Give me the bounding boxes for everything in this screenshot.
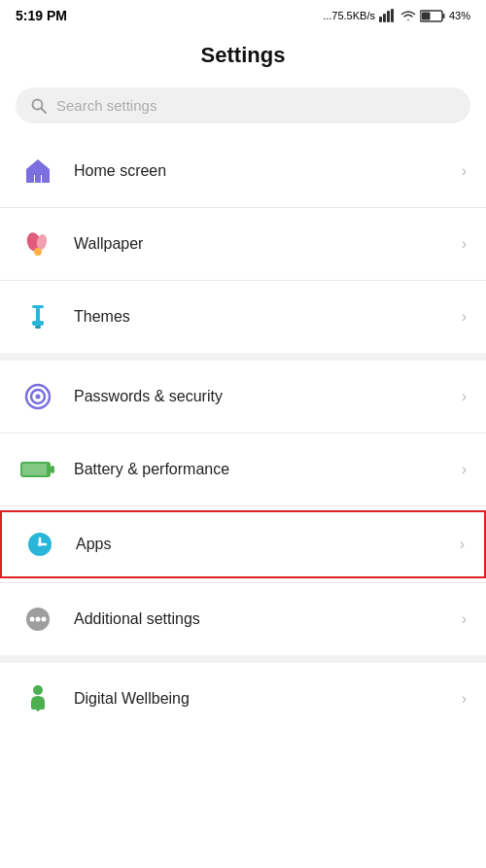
svg-rect-15 [32,321,44,326]
svg-point-28 [42,617,47,622]
battery-icon [420,10,445,22]
divider-3 [0,433,486,434]
section-1: Home screen › Wallpaper › Themes [0,139,486,349]
wallpaper-chevron: › [462,235,467,253]
divider-5 [0,582,486,583]
svg-rect-9 [35,175,41,183]
settings-item-home-screen[interactable]: Home screen › [0,139,486,203]
svg-point-27 [36,617,41,622]
wifi-icon [400,10,416,21]
search-bar[interactable]: Search settings [16,87,470,123]
section-divider-2 [0,655,486,663]
page-header: Settings [0,27,486,80]
search-container[interactable]: Search settings [0,80,486,139]
svg-rect-22 [22,464,47,475]
svg-point-29 [33,685,43,695]
wallpaper-icon [19,226,56,262]
signal-icon [379,9,397,22]
search-input[interactable]: Search settings [56,97,455,114]
passwords-security-chevron: › [462,388,467,405]
settings-item-apps[interactable]: Apps › [0,510,486,578]
svg-point-19 [36,395,41,399]
section-divider-1 [0,353,486,361]
settings-item-additional-settings[interactable]: Additional settings › [0,587,486,651]
svg-point-12 [34,248,42,256]
additional-settings-chevron: › [462,610,467,628]
apps-icon [21,526,58,563]
home-screen-chevron: › [462,162,467,180]
status-bar: 5:19 PM ...75.5KB/s 43% [0,0,486,27]
svg-rect-1 [383,14,386,22]
svg-rect-0 [379,17,382,22]
passwords-security-label: Passwords & security [74,388,462,405]
divider-4 [0,505,486,506]
battery-perf-icon [19,451,56,488]
status-icons: ...75.5KB/s 43% [323,9,470,22]
settings-item-digital-wellbeing[interactable]: Digital Wellbeing › [0,667,486,731]
svg-rect-6 [421,12,430,19]
divider-2 [0,280,486,281]
themes-label: Themes [74,308,462,326]
status-time: 5:19 PM [16,8,67,23]
themes-chevron: › [462,308,467,326]
svg-rect-3 [391,9,394,22]
additional-settings-icon [19,601,56,638]
section-2: Passwords & security › Battery & perform… [0,365,486,651]
additional-settings-label: Additional settings [74,610,462,628]
settings-item-themes[interactable]: Themes › [0,285,486,349]
svg-rect-14 [36,308,40,322]
battery-percent: 43% [449,10,470,21]
divider-1 [0,207,486,208]
digital-wellbeing-label: Digital Wellbeing [74,690,462,708]
themes-icon [19,298,56,335]
battery-performance-chevron: › [462,461,467,478]
battery-performance-label: Battery & performance [74,461,462,478]
settings-item-battery-performance[interactable]: Battery & performance › [0,437,486,502]
page-title: Settings [201,43,286,67]
svg-rect-2 [387,11,390,22]
apps-label: Apps [76,536,460,553]
security-icon [19,378,56,415]
svg-rect-16 [35,326,41,329]
search-icon [31,98,47,114]
digital-wellbeing-chevron: › [462,690,467,708]
settings-item-wallpaper[interactable]: Wallpaper › [0,212,486,276]
svg-rect-13 [32,305,44,308]
home-screen-label: Home screen [74,162,462,180]
svg-point-24 [38,542,42,546]
section-3: Digital Wellbeing › [0,667,486,731]
svg-rect-21 [51,466,54,473]
home-icon [19,153,56,190]
svg-point-26 [30,617,35,622]
wallpaper-label: Wallpaper [74,235,462,253]
svg-line-8 [42,108,47,113]
network-speed: ...75.5KB/s [323,10,375,21]
apps-chevron: › [460,536,465,553]
wellbeing-icon [19,680,56,717]
svg-rect-5 [442,14,444,18]
settings-item-passwords-security[interactable]: Passwords & security › [0,365,486,429]
